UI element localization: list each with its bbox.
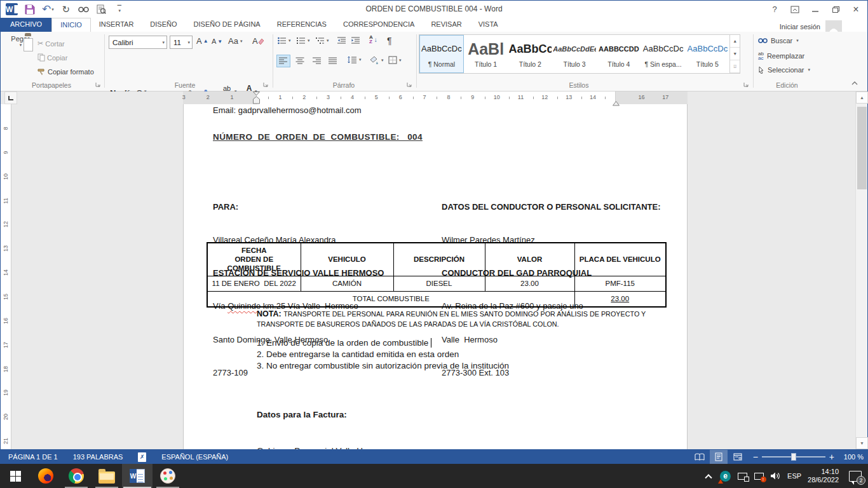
- tab-inicio[interactable]: INICIO: [51, 18, 91, 32]
- user-avatar-icon[interactable]: [825, 20, 842, 33]
- style-titulo-3[interactable]: AaBbCcDdEe Título 3: [552, 35, 597, 73]
- style-sin-espaciado[interactable]: AaBbCcDc ¶ Sin espa...: [641, 35, 686, 73]
- col-header-vehiculo: VEHICULO: [301, 243, 393, 276]
- styles-scroll-down-icon[interactable]: ▼: [730, 48, 740, 60]
- zoom-control: − +: [753, 452, 834, 461]
- scroll-up-icon[interactable]: ▲: [856, 92, 868, 104]
- taskbar-paint[interactable]: [153, 464, 183, 488]
- proofing-status-icon[interactable]: ✗: [130, 449, 154, 464]
- align-center-button[interactable]: [293, 55, 307, 67]
- tab-revisar[interactable]: REVISAR: [423, 18, 470, 32]
- copy-label: Copiar: [47, 54, 67, 62]
- align-right-button[interactable]: [309, 55, 323, 67]
- page-indicator[interactable]: PÁGINA 1 DE 1: [1, 449, 65, 464]
- collapse-ribbon-icon[interactable]: [851, 79, 858, 87]
- tab-correspondencia[interactable]: CORRESPONDENCIA: [335, 18, 423, 32]
- multilevel-list-icon: [316, 37, 325, 44]
- start-button[interactable]: [0, 464, 31, 488]
- paragraph-dialog-launcher-icon[interactable]: [406, 81, 412, 89]
- styles-dialog-launcher-icon[interactable]: [743, 81, 749, 89]
- zoom-out-icon[interactable]: −: [753, 452, 758, 461]
- zoom-percentage[interactable]: 100 %: [836, 453, 864, 461]
- find-button[interactable]: Buscar ▾: [758, 37, 799, 44]
- tab-archivo[interactable]: ARCHIVO: [1, 18, 51, 32]
- clear-formatting-button[interactable]: A: [252, 36, 264, 46]
- right-indent-marker[interactable]: [613, 99, 620, 108]
- taskbar-chrome[interactable]: [61, 464, 92, 488]
- line-spacing-button[interactable]: ▾: [347, 56, 362, 64]
- replace-button[interactable]: ab ac Reemplazar: [758, 51, 804, 60]
- taskbar-word[interactable]: W: [122, 464, 153, 488]
- doc-invoice-block: Datos para la Factura: Gobierno Parroqui…: [257, 384, 413, 449]
- minimize-button[interactable]: [806, 3, 824, 17]
- multilevel-list-button[interactable]: ▾: [316, 37, 329, 44]
- word-count[interactable]: 193 PALABRAS: [65, 449, 131, 464]
- sign-in[interactable]: Iniciar sesión: [780, 20, 842, 33]
- ribbon-display-options-button[interactable]: [786, 3, 804, 17]
- input-language[interactable]: ESP: [787, 470, 801, 482]
- style-normal[interactable]: AaBbCcDc ¶ Normal: [419, 35, 464, 73]
- indent-marker[interactable]: [253, 92, 260, 106]
- copy-button[interactable]: Copiar: [36, 51, 69, 64]
- scroll-down-icon[interactable]: ▼: [856, 437, 868, 449]
- styles-more-icon[interactable]: ⍗: [730, 60, 740, 73]
- network-icon[interactable]: [737, 470, 747, 482]
- display-alert-icon[interactable]: !: [754, 470, 764, 482]
- vertical-ruler[interactable]: 89101112131415161718192021: [1, 104, 11, 449]
- vertical-scrollbar[interactable]: ▲ ▼: [855, 92, 867, 449]
- web-layout-icon[interactable]: [729, 450, 747, 464]
- change-case-button[interactable]: Aa▾: [228, 36, 242, 46]
- align-left-button[interactable]: [276, 55, 290, 67]
- tab-vista[interactable]: VISTA: [470, 18, 506, 32]
- print-layout-icon[interactable]: [710, 450, 728, 464]
- decrease-indent-button[interactable]: [337, 37, 346, 44]
- style-titulo-1[interactable]: AaBl Título 1: [464, 35, 508, 73]
- sort-button[interactable]: AZ ↓: [369, 35, 377, 44]
- font-size-combobox[interactable]: 11▾: [170, 36, 193, 49]
- borders-button[interactable]: ▾: [388, 56, 402, 64]
- read-mode-icon[interactable]: [691, 450, 709, 464]
- replace-icon: ab ac: [758, 51, 764, 60]
- tab-referencias[interactable]: REFERENCIAS: [269, 18, 335, 32]
- zoom-in-icon[interactable]: +: [829, 452, 834, 461]
- document-page[interactable]: Email: gadprvallehermoso@hotmail.com NÚM…: [183, 104, 688, 449]
- horizontal-ruler[interactable]: 32112345678910111213141617: [1, 92, 857, 104]
- style-titulo-5[interactable]: AaBbCcDc Título 5: [686, 35, 730, 73]
- tab-insertar[interactable]: INSERTAR: [91, 18, 142, 32]
- format-painter-button[interactable]: Copiar formato: [36, 65, 95, 78]
- tray-expand-icon[interactable]: [703, 470, 714, 482]
- close-button[interactable]: ×: [847, 3, 865, 17]
- security-app-icon[interactable]: e: [720, 470, 731, 482]
- show-paragraph-marks-button[interactable]: ¶: [387, 36, 392, 46]
- restore-button[interactable]: [827, 3, 844, 17]
- scrollbar-thumb[interactable]: [857, 107, 867, 189]
- clipboard-dialog-launcher-icon[interactable]: [95, 81, 101, 89]
- taskbar-file-explorer[interactable]: [92, 464, 122, 488]
- numbered-list-button[interactable]: ▾: [297, 37, 310, 44]
- bullet-list-button[interactable]: ▾: [278, 37, 291, 44]
- tab-diseno[interactable]: DISEÑO: [142, 18, 185, 32]
- font-dialog-launcher-icon[interactable]: [262, 81, 269, 89]
- justify-button[interactable]: [326, 55, 340, 67]
- zoom-slider-handle[interactable]: [791, 453, 796, 461]
- increase-indent-button[interactable]: [351, 37, 360, 44]
- select-button[interactable]: Seleccionar ▾: [758, 66, 810, 74]
- volume-icon[interactable]: [770, 470, 781, 482]
- taskbar-firefox[interactable]: [31, 464, 61, 488]
- font-name-combobox[interactable]: Calibri▾: [109, 36, 167, 49]
- cut-button[interactable]: ✂ Cortar: [36, 37, 66, 50]
- language-indicator[interactable]: ESPAÑOL (ESPAÑA): [154, 449, 236, 464]
- style-titulo-2[interactable]: AaBbCc Título 2: [508, 35, 553, 73]
- shrink-font-button[interactable]: A▼: [212, 37, 222, 45]
- paste-button[interactable]: Pegar ▾: [6, 35, 35, 81]
- tab-diseno-de-pagina[interactable]: DISEÑO DE PÁGINA: [186, 18, 269, 32]
- shading-button[interactable]: ▾: [369, 56, 384, 64]
- grow-font-button[interactable]: A▲: [196, 36, 208, 46]
- styles-scroll-up-icon[interactable]: ▲: [730, 35, 740, 48]
- taskbar-clock[interactable]: 14:10 28/6/2022: [808, 468, 839, 484]
- style-titulo-4[interactable]: AABBCCDD Título 4: [597, 35, 641, 73]
- para-label: PARA:: [213, 201, 384, 212]
- zoom-slider[interactable]: [762, 456, 825, 458]
- help-button[interactable]: ?: [766, 3, 783, 17]
- notification-center-icon[interactable]: 2: [849, 470, 862, 482]
